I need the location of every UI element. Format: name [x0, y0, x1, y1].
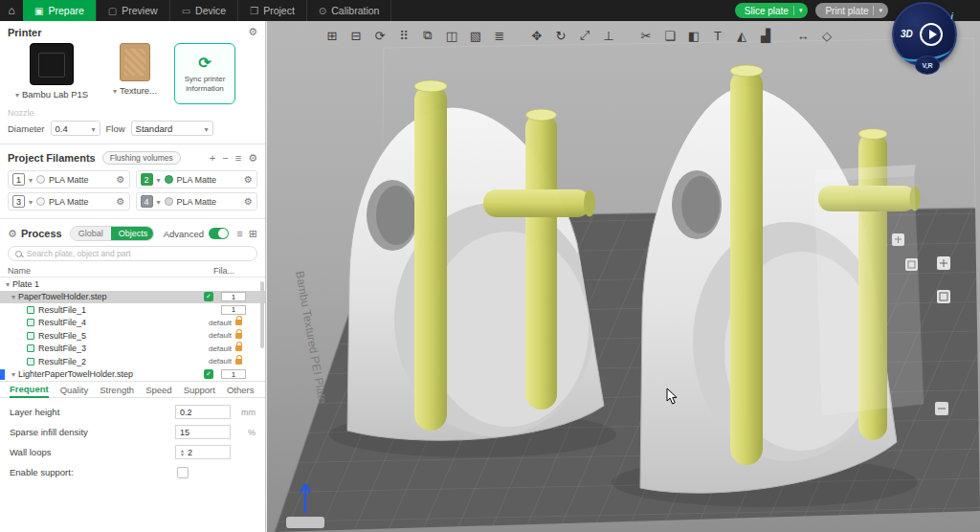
arrange-icon[interactable]: ⠿: [396, 29, 412, 43]
global-segment[interactable]: Global: [71, 227, 111, 240]
seam-paint-icon[interactable]: ◭: [734, 29, 749, 43]
filament-color-swatch: [36, 175, 45, 184]
tree-scrollbar[interactable]: [260, 281, 264, 348]
tab-speed[interactable]: Speed: [145, 385, 171, 397]
infill-input[interactable]: 15: [175, 425, 231, 439]
filament-slot-3[interactable]: 3 PLA Matte: [8, 192, 130, 211]
filament-gear-icon[interactable]: [244, 196, 253, 207]
support-paint-icon[interactable]: ▟: [758, 29, 773, 43]
bambu-studio-app: ⌂ ▣ Prepare ▢ Preview ▭ Device ❐ Project…: [0, 0, 980, 532]
filament-gear-icon[interactable]: [244, 174, 253, 185]
filament-slot-2[interactable]: 2 PLA Matte: [136, 170, 258, 188]
tab-device[interactable]: ▭ Device: [170, 0, 239, 21]
tab-prepare[interactable]: ▣ Prepare: [23, 0, 97, 21]
tree-row-part[interactable]: ResultFile_4 default: [0, 317, 265, 330]
visibility-check-icon[interactable]: [204, 292, 213, 301]
filament-settings-gear-icon[interactable]: [248, 152, 257, 165]
remove-filament-icon[interactable]: [222, 152, 228, 164]
tab-frequent[interactable]: Frequent: [10, 384, 49, 398]
chevron-down-icon: [157, 174, 161, 185]
plate-bottom-tab[interactable]: [286, 517, 324, 528]
tree-row-object[interactable]: PaperTowelHolder.step 1: [0, 291, 265, 304]
slice-plate-button[interactable]: Slice plate ▾: [735, 3, 809, 18]
filament-gear-icon[interactable]: [117, 174, 125, 185]
variable-layer-height-icon[interactable]: ≣: [492, 29, 507, 43]
enable-support-checkbox[interactable]: [177, 467, 189, 478]
fill-icon[interactable]: ▧: [468, 29, 483, 43]
visibility-check-icon[interactable]: [204, 369, 213, 379]
printer-selector[interactable]: Bambu Lab P1S: [8, 43, 96, 100]
assembly-icon[interactable]: ◇: [819, 29, 835, 43]
chevron-down-icon: [15, 89, 19, 100]
move-icon[interactable]: ✥: [529, 29, 545, 43]
add-plate-icon[interactable]: ⊟: [348, 29, 364, 43]
filament-list-icon[interactable]: [235, 152, 241, 164]
tab-project[interactable]: ❐ Project: [238, 0, 307, 21]
flow-label: Flow: [106, 123, 125, 134]
orb-vr-badge[interactable]: V,R: [915, 55, 940, 75]
home-button[interactable]: ⌂: [0, 0, 23, 21]
tab-project-label: Project: [263, 5, 295, 16]
flow-select[interactable]: Standard: [131, 121, 213, 136]
tab-strength[interactable]: Strength: [100, 385, 134, 397]
clone-icon[interactable]: ❏: [662, 29, 678, 43]
text-icon[interactable]: T: [710, 29, 725, 43]
measure-icon[interactable]: ↔: [795, 29, 811, 43]
chevron-down-icon: [92, 123, 96, 134]
filament-slot-4[interactable]: 4 PLA Matte: [136, 192, 258, 211]
filament-grid: 1 PLA Matte 2 PLA Matte 3 PLA Matte: [0, 167, 265, 216]
viewport-3d[interactable]: Bambu Textured PEI Plate: [267, 21, 980, 532]
tree-row-part[interactable]: ResultFile_3 default: [0, 343, 265, 356]
advanced-toggle[interactable]: [209, 228, 229, 239]
lock-icon: [235, 333, 242, 339]
tab-support[interactable]: Support: [184, 385, 215, 397]
param-tab-bar: Frequent Quality Strength Speed Support …: [0, 381, 265, 398]
build-plate-selector[interactable]: Texture...: [105, 43, 165, 96]
global-objects-toggle[interactable]: Global Objects: [70, 226, 154, 241]
chevron-down-icon: [157, 196, 161, 207]
auto-orient-icon[interactable]: ⟳: [372, 29, 388, 43]
tab-preview[interactable]: ▢ Preview: [97, 0, 170, 21]
tree-row-part[interactable]: ResultFile_1 1: [0, 303, 265, 317]
filament-value[interactable]: 1: [221, 292, 246, 301]
filament-index-badge: 4: [141, 195, 153, 208]
filament-slot-1[interactable]: 1 PLA Matte: [8, 170, 130, 188]
play-icon[interactable]: [920, 23, 943, 46]
stepper-arrows-icon[interactable]: [180, 449, 185, 456]
filament-gear-icon[interactable]: [117, 196, 125, 207]
color-paint-icon[interactable]: ◧: [686, 29, 702, 43]
tab-others[interactable]: Others: [227, 385, 255, 397]
tab-quality[interactable]: Quality: [60, 385, 89, 397]
tree-row-object[interactable]: LighterPaperTowelHolder.step 1: [0, 368, 265, 382]
objects-segment[interactable]: Objects: [111, 227, 154, 240]
search-input[interactable]: [27, 249, 250, 258]
wall-loops-stepper[interactable]: 2: [175, 445, 231, 459]
layer-height-input[interactable]: 0.2: [175, 405, 231, 419]
add-icon[interactable]: ⊞: [324, 29, 340, 43]
infill-unit: %: [231, 428, 256, 437]
printer-settings-gear-icon[interactable]: [248, 26, 257, 38]
add-filament-icon[interactable]: [210, 152, 215, 164]
split-objects-icon[interactable]: ⧉: [420, 28, 435, 43]
rotate-icon[interactable]: ↻: [553, 29, 568, 43]
filament-value[interactable]: 1: [221, 369, 246, 379]
preview-icon: ▢: [108, 6, 117, 16]
sync-printer-button[interactable]: Sync printer information: [174, 43, 235, 104]
tree-row-part[interactable]: ResultFile_2 default: [0, 355, 265, 368]
tree-row-part[interactable]: ResultFile_5 default: [0, 329, 265, 343]
filament-value: default: [209, 357, 232, 366]
split-parts-icon[interactable]: ◫: [444, 29, 459, 43]
tree-row-plate[interactable]: Plate 1: [0, 277, 265, 291]
filament-color-swatch: [165, 197, 173, 206]
print-plate-button[interactable]: Print plate ▾: [815, 3, 888, 18]
diameter-select[interactable]: 0.4: [51, 121, 100, 136]
process-list-icon[interactable]: [236, 228, 242, 239]
flatten-icon[interactable]: ⊥: [601, 29, 616, 43]
tab-calibration[interactable]: ⊙ Calibration: [307, 0, 392, 21]
process-table-icon[interactable]: [249, 228, 257, 240]
filament-value[interactable]: 1: [221, 305, 246, 315]
nav-orb[interactable]: 3D i V,R: [892, 2, 965, 75]
flushing-volumes-button[interactable]: Flushing volumes: [102, 151, 181, 165]
scale-icon[interactable]: ⤢: [577, 28, 592, 43]
cut-icon[interactable]: ✂: [638, 29, 654, 43]
